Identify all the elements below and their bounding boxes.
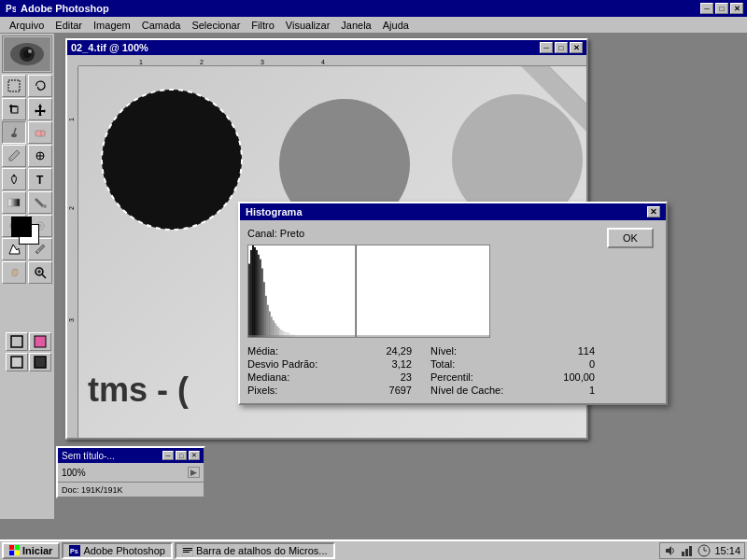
ruler-left-mark-2: 2	[68, 206, 75, 210]
tool-brush[interactable]	[2, 121, 26, 144]
network-icon	[681, 544, 694, 557]
menu-arquivo[interactable]: Arquivo	[4, 19, 49, 32]
photoshop-taskbar-icon: Ps	[69, 545, 80, 556]
svg-marker-16	[9, 150, 20, 161]
histogram-right-panel: OK	[602, 228, 658, 396]
small-window-title-text: Sem título-...	[62, 451, 115, 461]
small-win-close[interactable]: ✕	[189, 451, 200, 460]
doc-close[interactable]: ✕	[570, 42, 583, 53]
tool-eraser[interactable]	[28, 121, 52, 144]
doc-maximize[interactable]: □	[555, 42, 568, 53]
tool-quick-mask[interactable]	[29, 332, 51, 351]
tool-lasso[interactable]	[28, 75, 52, 97]
tool-paint-bucket[interactable]	[28, 191, 52, 214]
stat-desvio-row: Desvio Padrão: 3,12	[247, 358, 412, 370]
extra-tools	[6, 332, 52, 371]
histogram-dialog: Histograma ✕ Canal: Preto	[238, 202, 668, 405]
taskbar-barra[interactable]: Barra de atalhos do Micros...	[175, 542, 335, 559]
svg-rect-59	[275, 323, 276, 337]
svg-rect-84	[685, 549, 688, 556]
tool-marquee[interactable]	[2, 75, 26, 97]
ok-button[interactable]: OK	[607, 228, 654, 248]
svg-rect-45	[248, 264, 250, 337]
stat-media-label: Média:	[247, 345, 278, 357]
svg-rect-49	[256, 250, 258, 337]
circle-black-selected	[97, 85, 247, 234]
svg-rect-58	[273, 320, 275, 337]
svg-marker-11	[35, 104, 46, 116]
maximize-button[interactable]: □	[715, 3, 728, 14]
small-window-controls: ─ □ ✕	[162, 451, 200, 460]
svg-rect-48	[254, 247, 256, 337]
canal-label: Canal:	[247, 228, 277, 239]
menu-editar[interactable]: Editar	[49, 19, 88, 32]
svg-rect-14	[35, 131, 45, 136]
tool-pen[interactable]	[2, 168, 26, 190]
stat-desvio-label: Desvio Padrão:	[247, 358, 317, 370]
tool-type[interactable]: T	[28, 168, 52, 190]
histogram-svg	[248, 245, 489, 337]
svg-point-23	[43, 204, 47, 208]
small-win-minimize[interactable]: ─	[162, 451, 174, 460]
app-icon: Ps	[4, 2, 17, 15]
tool-standard-mode[interactable]	[6, 332, 28, 351]
stat-pixels-value: 7697	[389, 385, 412, 396]
tool-standard-screen[interactable]	[6, 353, 28, 371]
taskbar-photoshop[interactable]: Ps Adobe Photoshop	[62, 542, 172, 559]
stat-total-row: Total: 0	[430, 358, 595, 370]
tool-clone[interactable]	[28, 145, 52, 167]
small-window-zoom: 100%	[62, 468, 86, 478]
tool-move[interactable]	[28, 98, 52, 120]
doc-minimize[interactable]: ─	[540, 42, 553, 53]
svg-rect-52	[261, 269, 263, 338]
svg-rect-46	[250, 250, 252, 337]
document-title: 02_4.tif @ 100%	[71, 42, 148, 53]
histogram-stats: Média: 24,29 Nível: 114 Desvio Padrão: 3…	[247, 345, 595, 396]
small-win-nav-btn[interactable]: ▶	[188, 467, 200, 478]
minimize-button[interactable]: ─	[700, 3, 713, 14]
menu-imagem[interactable]: Imagem	[88, 19, 136, 32]
canvas-area: 02_4.tif @ 100% ─ □ ✕ 1 2 3 4	[56, 34, 747, 519]
tool-pencil[interactable]	[2, 145, 26, 167]
histogram-close-button[interactable]: ✕	[647, 206, 660, 217]
svg-rect-10	[11, 106, 18, 113]
stat-cache-value: 1	[589, 385, 595, 396]
menu-filtro[interactable]: Filtro	[246, 19, 279, 32]
menu-ajuda[interactable]: Ajuda	[377, 19, 415, 32]
start-button[interactable]: Iniciar	[2, 542, 60, 559]
menu-visualizar[interactable]: Visualizar	[280, 19, 336, 32]
histogram-title-bar: Histograma ✕	[240, 203, 666, 220]
menu-camada[interactable]: Camada	[136, 19, 187, 32]
doc-title-controls: ─ □ ✕	[540, 42, 583, 53]
close-button[interactable]: ✕	[730, 3, 743, 14]
svg-rect-60	[276, 326, 278, 337]
tool-gradient[interactable]	[2, 191, 26, 214]
document-title-bar: 02_4.tif @ 100% ─ □ ✕	[67, 40, 586, 55]
tool-hand[interactable]	[2, 261, 26, 284]
menu-janela[interactable]: Janela	[335, 19, 376, 32]
canal-value: Preto	[280, 228, 304, 239]
menu-selecionar[interactable]: Selecionar	[186, 19, 246, 32]
svg-rect-22	[8, 199, 20, 206]
svg-text:Ps: Ps	[70, 548, 78, 554]
foreground-color-swatch[interactable]	[11, 217, 32, 237]
ruler-top: 1 2 3 4	[78, 55, 586, 66]
stat-nivel-row: Nível: 114	[430, 345, 595, 357]
small-win-maximize[interactable]: □	[176, 451, 187, 460]
stat-media-row: Média: 24,29	[247, 345, 412, 357]
svg-rect-33	[35, 336, 46, 347]
svg-rect-72	[9, 545, 14, 550]
tool-full-screen[interactable]	[29, 353, 51, 371]
menu-bar: Arquivo Editar Imagem Camada Selecionar …	[0, 17, 747, 34]
tool-crop[interactable]	[2, 98, 26, 120]
svg-rect-32	[11, 336, 22, 347]
svg-rect-81	[183, 552, 190, 553]
barra-taskbar-icon	[182, 545, 193, 556]
tool-zoom[interactable]	[28, 261, 52, 284]
ruler-mark-2: 2	[200, 59, 204, 65]
svg-rect-57	[271, 316, 273, 337]
svg-rect-47	[252, 245, 254, 337]
app-title-text: Adobe Photoshop	[21, 3, 109, 14]
app-title-bar: Ps Adobe Photoshop ─ □ ✕	[0, 0, 747, 17]
svg-rect-80	[183, 550, 192, 551]
